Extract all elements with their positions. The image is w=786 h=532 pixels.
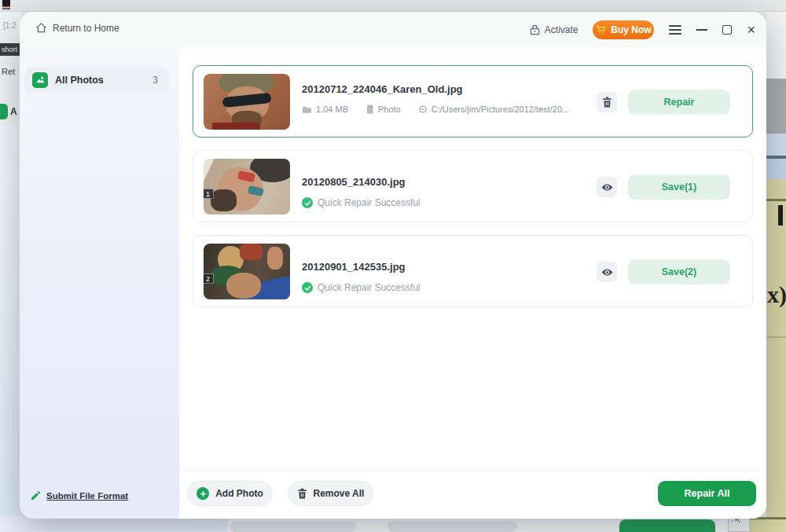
all-photos-count: 3 — [152, 75, 158, 86]
return-to-home-button[interactable]: Return to Home — [29, 19, 126, 37]
background-document-corner — [750, 517, 786, 532]
repair-status-label: Quick Repair Successful — [318, 197, 421, 208]
trash-icon — [297, 488, 307, 499]
background-text-bar — [778, 205, 783, 226]
window-controls: Activate Buy Now × — [530, 12, 755, 47]
photo-filename: 20120901_142535.jpg — [302, 261, 406, 273]
close-icon[interactable]: × — [747, 23, 755, 37]
cart-icon — [596, 25, 606, 35]
menu-icon[interactable] — [669, 23, 681, 37]
check-icon — [302, 282, 313, 293]
background-blue-band — [766, 134, 786, 156]
check-icon — [302, 197, 313, 208]
trash-icon — [602, 97, 612, 108]
delete-photo-button[interactable] — [597, 92, 617, 112]
taskbar-icon — [2, 0, 10, 9]
photos-icon — [0, 104, 8, 119]
add-photo-label: Add Photo — [215, 488, 263, 499]
screen: [1:2 short Ret A x) , x( — [0, 0, 786, 532]
thumbnail-number-badge: 2 — [204, 273, 214, 284]
folder-icon — [302, 105, 312, 114]
repair-status: Quick Repair Successful — [302, 282, 421, 293]
photo-repair-window: Return to Home Activate Buy Now × — [20, 12, 766, 519]
background-button-fragment[interactable] — [387, 521, 517, 532]
background-repair-all-fragment[interactable] — [619, 519, 715, 532]
background-math-glyph: x) — [767, 281, 786, 308]
pencil-icon — [30, 490, 41, 501]
lock-icon — [530, 24, 540, 35]
submit-file-format-link[interactable]: Submit File Format — [30, 490, 128, 501]
photo-filename: 20120805_214030.jpg — [302, 176, 406, 188]
file-icon — [365, 105, 374, 114]
background-text-fragment: [1:2 — [3, 21, 17, 30]
remove-all-label: Remove All — [314, 488, 365, 499]
preview-photo-button[interactable] — [597, 262, 617, 282]
add-photo-button[interactable]: Add Photo — [187, 481, 273, 506]
window-footer: Add Photo Remove All Repair All — [179, 471, 766, 519]
photo-filename: 20120712_224046_Karen_Old.jpg — [302, 83, 463, 95]
thumbnail-number-badge: 1 — [204, 189, 214, 199]
background-sidebar-bottom — [0, 517, 228, 532]
background-document-edge: x) — [766, 179, 786, 532]
background-document-rule — [766, 336, 786, 338]
location-icon — [418, 105, 428, 114]
return-to-home-label: Return to Home — [53, 23, 119, 34]
background-top-strip — [0, 0, 786, 12]
photo-thumbnail[interactable] — [204, 74, 290, 130]
background-right-strip: x) — [766, 12, 786, 532]
photo-meta: 1.04 MB Photo C:/Users/jim/Pictures/2012… — [302, 105, 569, 114]
eye-icon — [601, 268, 613, 277]
background-window-left-fragment: [1:2 short Ret A — [0, 12, 22, 519]
remove-all-button[interactable]: Remove All — [288, 481, 373, 506]
eye-icon — [601, 183, 613, 192]
activate-label: Activate — [545, 24, 578, 35]
all-photos-label: All Photos — [55, 75, 152, 86]
photo-row-selected[interactable]: 20120712_224046_Karen_Old.jpg 1.04 MB Ph… — [193, 65, 753, 138]
sidebar: All Photos 3 Submit File Format — [20, 47, 179, 519]
minimize-icon[interactable] — [696, 29, 707, 31]
repair-status-label: Quick Repair Successful — [318, 282, 421, 293]
background-document-rule — [766, 199, 786, 201]
background-button-fragment[interactable] — [230, 521, 356, 532]
background-return-home-fragment: Ret — [2, 67, 15, 76]
plus-icon — [196, 487, 209, 500]
background-blue-band — [766, 159, 786, 179]
buy-now-button[interactable]: Buy Now — [593, 20, 654, 39]
photos-icon — [32, 72, 48, 88]
title-bar: Return to Home Activate Buy Now × — [20, 12, 766, 47]
home-icon — [35, 22, 47, 34]
photo-row[interactable]: 2 20120901_142535.jpg Quick Repair Succe… — [193, 235, 753, 307]
file-size: 1.04 MB — [302, 105, 348, 114]
save-button[interactable]: Save(1) — [628, 174, 730, 200]
repair-all-button[interactable]: Repair All — [658, 481, 756, 506]
maximize-icon[interactable] — [722, 25, 732, 35]
photo-thumbnail[interactable]: 1 — [204, 159, 290, 215]
background-label-fragment: short — [0, 43, 22, 56]
save-button[interactable]: Save(2) — [628, 259, 730, 284]
submit-file-format-label: Submit File Format — [46, 491, 128, 501]
file-path: C:/Users/jim/Pictures/2012/test/20... — [418, 105, 569, 114]
background-sidebar-gradient — [0, 126, 22, 519]
buy-now-label: Buy Now — [611, 24, 651, 35]
photo-row[interactable]: 1 20120805_214030.jpg Quick Repair Succe… — [193, 150, 753, 222]
activate-button[interactable]: Activate — [530, 24, 578, 35]
sidebar-item-all-photos[interactable]: All Photos 3 — [24, 67, 169, 93]
background-window-bottom-fragment: , x( — [0, 517, 786, 532]
photo-list: 20120712_224046_Karen_Old.jpg 1.04 MB Ph… — [179, 47, 766, 471]
background-gray-block — [766, 79, 786, 134]
file-type: Photo — [365, 105, 401, 114]
preview-photo-button[interactable] — [597, 177, 617, 197]
photo-thumbnail[interactable]: 2 — [204, 244, 290, 299]
repair-button[interactable]: Repair — [628, 90, 730, 115]
repair-status: Quick Repair Successful — [302, 197, 421, 208]
